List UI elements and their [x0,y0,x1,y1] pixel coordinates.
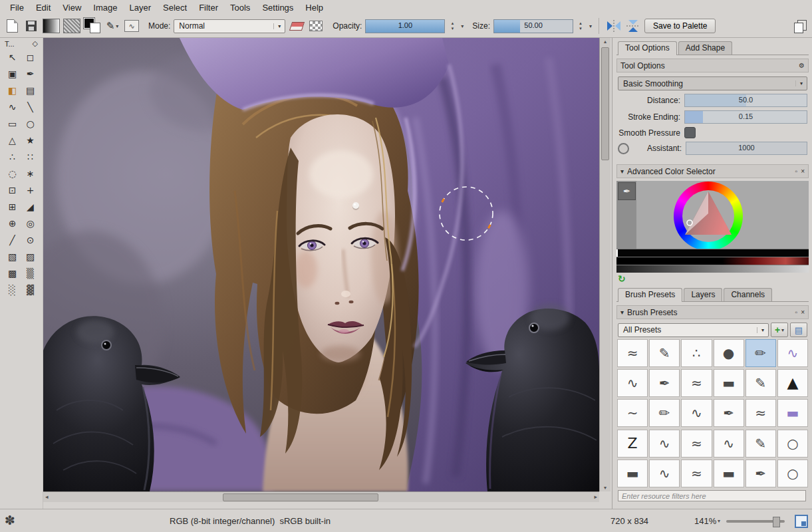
chevron-down-icon[interactable]: ▾ [718,518,720,524]
zoom-slider[interactable] [726,520,785,523]
select-contiguous-tool[interactable]: ░ [3,281,21,298]
refresh-icon[interactable]: ↻ [618,274,626,283]
menu-item[interactable]: Edit [30,1,57,14]
distance-slider[interactable]: 50.0 [684,94,807,107]
preset-source-combobox[interactable]: All Presets ▾ [618,323,769,337]
brush-preset[interactable]: ▬ [617,460,648,487]
gear-icon[interactable]: ⚙ [799,62,805,69]
zoom-slider-thumb[interactable] [773,517,780,527]
brush-settings-icon[interactable]: ✽ [5,513,15,528]
float-icon[interactable]: ▫ [795,168,798,175]
brush-preset[interactable]: ∿ [714,430,744,458]
color-triangle[interactable] [674,182,743,251]
tab-layers[interactable]: Layers [684,288,722,301]
brush-preset[interactable]: ✒ [714,399,744,427]
brush-preset[interactable]: ✏ [649,399,680,427]
menu-item[interactable]: Select [157,1,193,14]
brush-preset[interactable]: ✒ [649,369,680,397]
save-button[interactable] [23,17,39,35]
scroll-right-icon[interactable]: ▸ [594,493,597,500]
save-to-palette-button[interactable]: Save to Palette [644,19,716,33]
select-shapes-tool[interactable]: ↖ [3,49,21,65]
opacity-spinner[interactable]: ▲ ▼ [448,21,456,31]
red-channel-bar[interactable] [616,257,809,265]
mirror-horizontal-button[interactable] [606,17,622,35]
new-document-button[interactable] [4,17,20,35]
select-ellipse-tool[interactable]: ▨ [21,248,39,265]
star-tool[interactable]: ★ [21,132,39,148]
menu-item[interactable]: Tools [224,1,256,14]
color-picker-tool[interactable]: ◎ [21,215,39,231]
crop-tool[interactable]: ▣ [3,65,21,82]
brush-preset[interactable]: ∴ [681,339,712,367]
tab-channels[interactable]: Channels [724,288,772,301]
tab-add-shape[interactable]: Add Shape [678,41,732,55]
multibrush-tool[interactable]: ∴ [3,148,21,165]
chevron-down-icon[interactable]: ▾ [461,23,464,29]
clipboard-button[interactable] [792,17,808,35]
brush-preset[interactable]: ○ [777,430,808,458]
assistant-slider[interactable]: 1000 [686,142,807,155]
resource-filter-input[interactable] [618,490,806,501]
gradient-swatch-button[interactable] [43,17,60,35]
add-preset-button[interactable]: + ▾ [771,323,788,337]
ellipse-tool[interactable]: ○ [21,115,39,132]
close-icon[interactable]: × [801,168,805,175]
pattern-swatch-button[interactable] [63,17,80,35]
brush-preset[interactable]: ▲ [777,369,808,397]
scroll-up-icon[interactable]: ▴ [600,39,610,45]
smooth-pressure-checkbox[interactable] [684,127,696,138]
vertical-scrollbar[interactable]: ▴ ▾ [599,38,610,491]
brush-preset[interactable]: ≈ [681,430,712,458]
brush-preset[interactable]: ✎ [745,430,776,458]
menu-item[interactable]: File [4,1,30,14]
spiral-tool[interactable]: ◌ [3,165,21,182]
spin-down-icon[interactable]: ▼ [577,26,585,31]
brush-preset[interactable]: ≈ [617,339,648,367]
smoothing-combobox[interactable]: Basic Smoothing ▾ [618,76,807,90]
select-similar-tool[interactable]: ▓ [21,281,39,298]
menu-item[interactable]: View [57,1,87,14]
gradient-tool[interactable]: ▤ [21,82,39,98]
collapse-icon[interactable]: ▾ [620,309,624,316]
stroke-ending-slider[interactable]: 0.15 [684,110,807,124]
scroll-left-icon[interactable]: ◂ [45,493,49,500]
menu-item[interactable]: Settings [256,1,299,14]
mode-combobox[interactable]: Normal ▾ [174,19,285,33]
brush-preset[interactable]: ∿ [617,369,648,397]
brush-preset[interactable]: ≈ [681,460,712,487]
value-bar[interactable] [616,249,809,257]
alpha-lock-toggle[interactable] [308,17,324,35]
eyedropper-button[interactable]: ✒ [618,182,636,200]
brush-preset[interactable]: ∿ [681,399,712,427]
move-tool[interactable]: + [21,182,39,198]
vertical-scrollbar-thumb[interactable] [601,47,609,160]
assistant-tool[interactable]: ⊕ [3,215,21,231]
dynamic-brush-tool[interactable]: ∗ [21,165,39,182]
curve-tool[interactable]: ∿ [3,98,21,115]
float-icon[interactable]: ▫ [795,309,798,316]
horizontal-scrollbar[interactable]: ◂ ▸ [43,491,599,502]
perspective-grid-tool[interactable]: ◢ [21,198,39,215]
rectangle-tool[interactable]: ▭ [3,115,21,132]
size-spinner[interactable]: ▲ ▼ [577,21,585,31]
brush-preset[interactable]: ∿ [649,430,680,458]
eraser-toggle[interactable] [289,17,305,35]
measure-tool[interactable]: ╱ [3,231,21,248]
assistant-checkbox[interactable] [618,143,629,154]
brush-preset[interactable]: ≈ [745,399,776,427]
brush-preset[interactable]: ✎ [649,339,680,367]
gray-bar[interactable] [616,265,809,273]
brush-preset[interactable]: ▬ [777,399,808,427]
select-polygon-tool[interactable]: ▩ [3,265,21,281]
brush-preset[interactable]: ✒ [745,460,776,487]
brush-preset[interactable]: ✎ [745,369,776,397]
brush-preset[interactable]: ● [714,339,744,367]
close-icon[interactable]: × [801,309,805,316]
tab-tool-options[interactable]: Tool Options [618,41,677,55]
docker-float-icon[interactable]: ◇ [33,39,38,48]
fill-tool[interactable]: ◧ [3,82,21,98]
horizontal-scrollbar-thumb[interactable] [223,493,378,501]
size-slider[interactable]: 50.00 [493,19,573,33]
color-wheel[interactable] [674,182,743,251]
